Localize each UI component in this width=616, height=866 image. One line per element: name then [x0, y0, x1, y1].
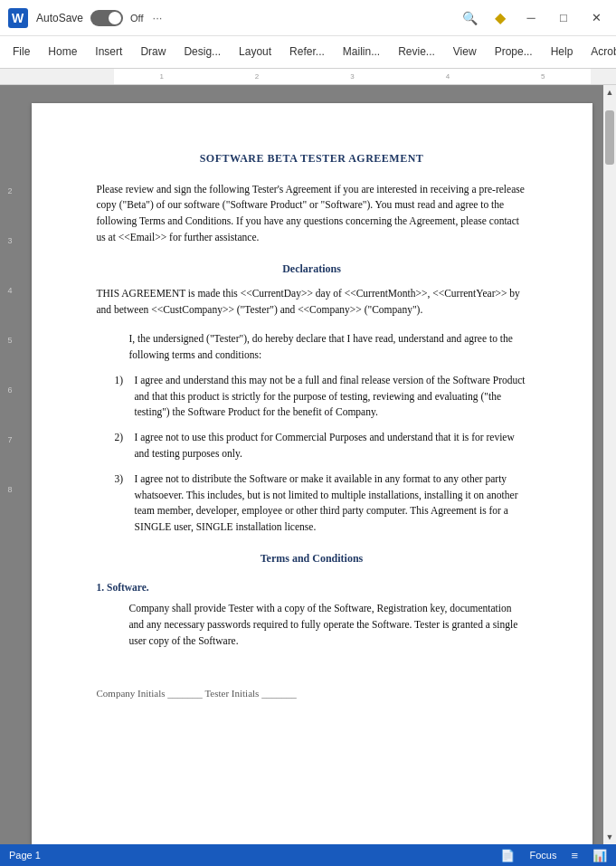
intro-paragraph: Please review and sign the following Tes… — [97, 182, 527, 246]
page-number: Page 1 — [9, 850, 41, 861]
list-text-2: I agree not to use this product for Comm… — [135, 430, 527, 462]
list-item: 1) I agree and understand this may not b… — [115, 373, 527, 421]
ruler-mark-4: 4 — [446, 72, 450, 81]
tab-view[interactable]: View — [444, 36, 486, 68]
margin-num-4: 4 — [7, 284, 12, 334]
declarations-heading: Declarations — [97, 261, 527, 278]
autosave-state: Off — [130, 13, 143, 24]
maximize-button[interactable]: □ — [551, 5, 576, 31]
agree-intro: I, the undersigned ("Tester"), do hereby… — [129, 331, 527, 364]
ruler-mark-3: 3 — [350, 72, 354, 81]
document-page: SOFTWARE BETA TESTER AGREEMENT Please re… — [32, 103, 592, 844]
scroll-thumb[interactable] — [605, 110, 614, 165]
focus-text: Focus — [529, 850, 556, 861]
vertical-scrollbar[interactable]: ▲ ▼ — [603, 85, 616, 844]
tab-acrobat[interactable]: Acrob... — [582, 36, 616, 68]
initials-line: Company Initials _______ Tester Initials… — [97, 686, 527, 701]
focus-label[interactable]: Focus — [529, 850, 556, 861]
tab-home[interactable]: Home — [39, 36, 86, 68]
list-num-2: 2) — [115, 430, 135, 446]
list-item: 2) I agree not to use this product for C… — [115, 430, 527, 462]
tab-layout[interactable]: Layout — [230, 36, 280, 68]
ruler-mark-5: 5 — [541, 72, 545, 81]
list-text-3: I agree not to distribute the Software o… — [135, 471, 527, 536]
list-text-1: I agree and understand this may not be a… — [135, 373, 527, 421]
list-num-1: 1) — [115, 373, 135, 389]
ruler: 1 2 3 4 5 — [0, 69, 616, 85]
scroll-track[interactable] — [603, 100, 616, 830]
view-mode-icon[interactable]: ≡ — [571, 849, 578, 862]
list-item: 3) I agree not to distribute the Softwar… — [115, 471, 527, 536]
autosave-label: AutoSave — [36, 12, 83, 24]
ruler-mark-1: 1 — [159, 72, 163, 81]
tab-references[interactable]: Refer... — [280, 36, 334, 68]
ruler-mark-2: 2 — [255, 72, 259, 81]
toggle-knob — [109, 12, 121, 24]
scroll-down-button[interactable]: ▼ — [603, 830, 616, 844]
scroll-up-button[interactable]: ▲ — [603, 85, 616, 100]
svg-text:W: W — [12, 11, 24, 25]
list-num-3: 3) — [115, 471, 135, 488]
premium-icon[interactable]: ◆ — [489, 7, 511, 29]
ribbon: File Home Insert Draw Desig... Layout Re… — [0, 36, 616, 69]
margin-num-5: 5 — [7, 334, 12, 384]
autosave-toggle[interactable] — [90, 10, 123, 26]
word-logo: W — [7, 7, 29, 29]
section1-body: Company shall provide Tester with a copy… — [129, 601, 527, 649]
margin-num-7: 7 — [7, 433, 12, 483]
margin-num-3: 3 — [7, 234, 12, 284]
margin-num-2: 2 — [7, 185, 12, 234]
tab-file[interactable]: File — [4, 36, 39, 68]
margin-num-6: 6 — [7, 384, 12, 433]
title-bar: W AutoSave Off ··· 🔍 ◆ ─ □ ✕ — [0, 0, 616, 36]
tab-design[interactable]: Desig... — [175, 36, 230, 68]
search-icon[interactable]: 🔍 — [457, 5, 482, 31]
terms-heading: Terms and Conditions — [97, 550, 527, 567]
agreement-list: 1) I agree and understand this may not b… — [115, 373, 527, 536]
tab-mailings[interactable]: Mailin... — [334, 36, 389, 68]
status-bar: Page 1 📄 Focus ≡ 📊 — [0, 844, 616, 866]
main-area: 2 3 4 5 6 7 8 SOFTWARE BETA TESTER AGREE… — [0, 85, 616, 844]
left-margin: 2 3 4 5 6 7 8 — [0, 85, 20, 844]
close-button[interactable]: ✕ — [583, 5, 609, 31]
tab-draw[interactable]: Draw — [131, 36, 175, 68]
page-label: Page 1 — [9, 850, 41, 861]
document-scroll[interactable]: SOFTWARE BETA TESTER AGREEMENT Please re… — [20, 85, 603, 844]
tab-help[interactable]: Help — [542, 36, 583, 68]
margin-num-8: 8 — [7, 483, 12, 533]
tab-review[interactable]: Revie... — [389, 36, 444, 68]
minimize-button[interactable]: ─ — [518, 5, 544, 31]
document-title: SOFTWARE BETA TESTER AGREEMENT — [97, 150, 527, 167]
declarations-body: THIS AGREEMENT is made this <<CurrentDay… — [97, 286, 527, 319]
ruler-bg: 1 2 3 4 5 — [114, 69, 591, 85]
more-options-icon[interactable]: ··· — [153, 11, 163, 24]
tab-properties[interactable]: Prope... — [486, 36, 542, 68]
section1-title: 1. Software. — [97, 580, 527, 596]
zoom-icon[interactable]: 📊 — [592, 849, 607, 862]
spell-check-icon[interactable]: 📄 — [500, 849, 515, 862]
tab-insert[interactable]: Insert — [86, 36, 131, 68]
